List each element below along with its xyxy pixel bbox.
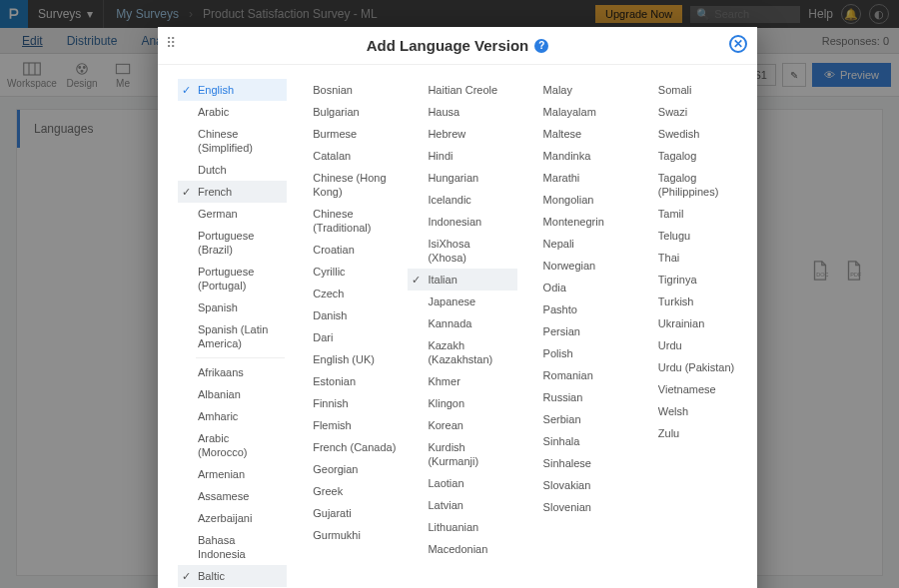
language-option[interactable]: Arabic [178,101,287,123]
language-option[interactable]: Dutch [178,159,287,181]
language-option[interactable]: Catalan [293,145,402,167]
language-option[interactable]: Malay [523,79,632,101]
language-option[interactable]: Lithuanian [408,516,516,538]
language-option[interactable]: Tagalog (Philippines) [638,167,747,203]
language-option[interactable]: English (UK) [293,348,402,370]
language-option[interactable]: Czech [293,283,402,304]
language-option[interactable]: Sinhalese [523,452,632,474]
language-option[interactable]: Armenian [178,463,287,485]
language-option[interactable]: Tamil [638,203,747,225]
language-option[interactable]: Hungarian [408,167,516,189]
language-option[interactable]: Macedonian [408,538,516,560]
language-option[interactable]: Somali [638,79,747,101]
language-option[interactable]: Spanish (Latin America) [178,318,287,354]
language-option[interactable]: Finnish [293,392,402,414]
language-option[interactable]: Cyrillic [293,261,402,283]
language-option[interactable]: Hebrew [408,123,516,145]
language-option[interactable]: Gurmukhi [293,524,402,546]
language-option[interactable]: Afrikaans [178,361,287,383]
language-option[interactable]: ✓Baltic [178,565,287,587]
language-option[interactable]: Albanian [178,383,287,405]
language-option[interactable]: Hindi [408,145,516,167]
language-option[interactable]: Turkish [638,291,747,312]
language-option[interactable]: Hausa [408,101,516,123]
language-option[interactable]: Russian [523,386,632,408]
language-option[interactable]: IsiXhosa (Xhosa) [408,233,516,269]
language-option[interactable]: Montenegrin [523,211,632,233]
language-option[interactable]: Icelandic [408,189,516,211]
language-option[interactable]: ✓English [178,79,287,101]
language-option[interactable]: Bosnian [293,79,402,101]
language-option[interactable]: Chinese (Hong Kong) [293,167,402,203]
language-option[interactable]: Romanian [523,364,632,386]
language-option[interactable]: Welsh [638,400,747,422]
language-option[interactable]: Urdu (Pakistan) [638,356,747,378]
language-name: Gurmukhi [313,529,361,541]
language-option[interactable]: Khmer [408,370,516,392]
language-option[interactable]: Malayalam [523,101,632,123]
language-option[interactable]: Ukrainian [638,312,747,334]
language-option[interactable]: Georgian [293,458,402,480]
language-option[interactable]: Latvian [408,494,516,516]
language-option[interactable]: Croatian [293,239,402,261]
language-option[interactable]: Spanish [178,296,287,318]
language-option[interactable]: Arabic (Morocco) [178,427,287,463]
language-option[interactable]: Slovenian [523,496,632,518]
language-option[interactable]: Thai [638,247,747,269]
language-option[interactable]: Greek [293,480,402,502]
language-option[interactable]: French (Canada) [293,436,402,458]
language-option[interactable]: Polish [523,342,632,364]
language-option[interactable]: Odia [523,277,632,298]
language-option[interactable]: Burmese [293,123,402,145]
language-option[interactable]: Vietnamese [638,378,747,400]
language-option[interactable]: Slovakian [523,474,632,496]
language-option[interactable]: Nepali [523,233,632,255]
language-option[interactable]: Sinhala [523,430,632,452]
language-option[interactable]: Azerbaijani [178,507,287,529]
language-option[interactable]: Persian [523,320,632,342]
language-option[interactable]: Korean [408,414,516,436]
language-option[interactable]: Swazi [638,101,747,123]
help-icon[interactable]: ? [534,39,548,53]
language-option[interactable]: Indonesian [408,211,516,233]
language-option[interactable]: Swedish [638,123,747,145]
language-option[interactable]: ✓Italian [408,269,516,291]
language-option[interactable]: Maltese [523,123,632,145]
language-option[interactable]: Norwegian [523,255,632,277]
language-option[interactable]: Laotian [408,472,516,494]
language-option[interactable]: Pashto [523,298,632,320]
language-option[interactable]: Portuguese (Portugal) [178,261,287,296]
language-option[interactable]: Kurdish (Kurmanji) [408,436,516,472]
language-option[interactable]: Telugu [638,225,747,247]
language-option[interactable]: Serbian [523,408,632,430]
language-option[interactable]: Bahasa Indonesia [178,529,287,565]
language-option[interactable]: Chinese (Traditional) [293,203,402,239]
language-option[interactable]: Kazakh (Kazakhstan) [408,334,516,370]
drag-handle-icon[interactable]: ⠿ [166,35,174,51]
language-option[interactable]: German [178,203,287,225]
language-option[interactable]: Bulgarian [293,101,402,123]
language-option[interactable]: Tagalog [638,145,747,167]
language-option[interactable]: Gujarati [293,502,402,524]
language-option[interactable]: ✓French [178,181,287,203]
language-option[interactable]: Estonian [293,370,402,392]
language-option[interactable]: Kannada [408,312,516,334]
language-option[interactable]: Japanese [408,291,516,312]
language-option[interactable]: Haitian Creole [408,79,516,101]
language-option[interactable]: Klingon [408,392,516,414]
language-option[interactable]: Zulu [638,422,747,444]
language-option[interactable]: Assamese [178,485,287,507]
language-option[interactable]: Chinese (Simplified) [178,123,287,159]
language-option[interactable]: Marathi [523,167,632,189]
language-option[interactable]: Mandinka [523,145,632,167]
language-columns: ✓EnglishArabicChinese (Simplified)Dutch✓… [178,79,747,588]
language-option[interactable]: Danish [293,304,402,326]
close-icon[interactable]: ✕ [729,35,747,53]
language-option[interactable]: Amharic [178,405,287,427]
language-option[interactable]: Urdu [638,334,747,356]
language-option[interactable]: Flemish [293,414,402,436]
language-option[interactable]: Dari [293,326,402,348]
language-option[interactable]: Portuguese (Brazil) [178,225,287,261]
language-option[interactable]: Tigrinya [638,269,747,291]
language-option[interactable]: Mongolian [523,189,632,211]
